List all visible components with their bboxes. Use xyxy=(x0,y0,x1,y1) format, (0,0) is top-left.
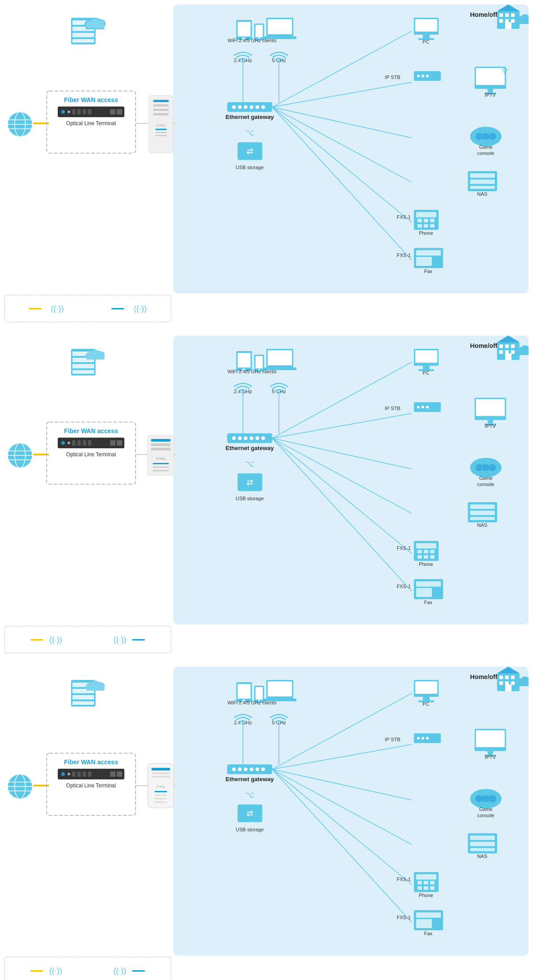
pc-label-1: PC xyxy=(422,39,429,44)
svg-rect-290 xyxy=(423,697,430,700)
svg-point-347 xyxy=(61,772,65,776)
svg-point-269 xyxy=(232,767,236,771)
svg-rect-112 xyxy=(155,132,167,133)
fiber-label-3: Fiber WAN access xyxy=(64,759,118,766)
svg-point-348 xyxy=(68,773,70,775)
svg-rect-47 xyxy=(476,68,505,85)
svg-rect-113 xyxy=(155,135,167,136)
svg-rect-17 xyxy=(255,25,263,37)
svg-rect-315 xyxy=(416,874,437,880)
svg-point-174 xyxy=(417,406,420,408)
svg-point-28 xyxy=(250,105,253,109)
svg-text:USB storage: USB storage xyxy=(236,827,264,832)
svg-point-52 xyxy=(422,75,424,77)
svg-line-35 xyxy=(272,82,412,107)
svg-point-147 xyxy=(250,436,253,440)
svg-point-97 xyxy=(68,111,70,113)
svg-rect-244 xyxy=(511,676,515,679)
svg-text:PC: PC xyxy=(422,701,429,707)
svg-rect-107 xyxy=(153,104,169,107)
svg-rect-333 xyxy=(72,701,94,705)
svg-rect-337 xyxy=(87,685,104,691)
svg-point-273 xyxy=(255,767,259,771)
left-svg-1: Fiber WAN access Optical Line Terminal Z… xyxy=(0,0,175,293)
svg-rect-1 xyxy=(499,13,503,17)
left-svg-2: Fiber WAN access Optical Line Terminal Z… xyxy=(0,331,175,624)
svg-rect-108 xyxy=(153,109,169,111)
svg-text:console: console xyxy=(477,482,494,487)
svg-text:Ethernet gateway: Ethernet gateway xyxy=(226,445,274,451)
fxs1-phone-label-1: FXS-1 xyxy=(397,214,411,220)
fxs1-fax-label-1: FXS-1 xyxy=(397,253,411,258)
svg-rect-194 xyxy=(418,555,422,559)
svg-rect-43 xyxy=(415,19,438,32)
svg-rect-236 xyxy=(153,463,169,464)
svg-text:⌥: ⌥ xyxy=(245,460,255,469)
legend-wifi-icon-2b: ((·)) xyxy=(113,635,126,644)
svg-rect-208 xyxy=(72,370,94,374)
svg-rect-318 xyxy=(430,881,434,885)
svg-rect-226 xyxy=(83,440,86,446)
legend-item-1a: ((·)) xyxy=(29,304,64,313)
legend-wifi-icon-3a: ((·)) xyxy=(49,966,62,976)
svg-rect-224 xyxy=(72,440,76,446)
svg-text:Game: Game xyxy=(479,476,493,481)
svg-rect-207 xyxy=(72,364,94,368)
svg-rect-165 xyxy=(423,366,430,369)
svg-text:FXS-1: FXS-1 xyxy=(397,545,411,551)
svg-rect-243 xyxy=(505,676,509,679)
legend-line-yellow-1 xyxy=(29,308,41,309)
svg-text:Phone: Phone xyxy=(419,893,433,898)
olt-sublabel-1: Optical Line Terminal xyxy=(66,120,116,126)
svg-rect-20 xyxy=(268,19,292,34)
svg-rect-184 xyxy=(470,505,495,509)
svg-text:⌥: ⌥ xyxy=(245,129,255,138)
diagram-section-3: Home/office xyxy=(0,662,533,980)
svg-rect-101 xyxy=(88,109,91,115)
svg-text:IPTV: IPTV xyxy=(485,423,496,429)
svg-rect-128 xyxy=(517,350,529,355)
svg-point-303 xyxy=(476,795,483,802)
svg-rect-102 xyxy=(110,109,115,115)
svg-rect-106 xyxy=(153,100,169,102)
svg-text:FXS-1: FXS-1 xyxy=(397,877,411,882)
svg-text:FXS-1: FXS-1 xyxy=(397,915,411,920)
svg-text:Fax: Fax xyxy=(424,931,433,936)
svg-line-285 xyxy=(272,769,412,922)
svg-rect-69 xyxy=(430,224,434,228)
usb-label-1: USB storage xyxy=(236,165,264,170)
svg-text:IP STB: IP STB xyxy=(385,406,400,411)
svg-text:ZYXEL: ZYXEL xyxy=(156,457,166,460)
svg-line-281 xyxy=(272,744,412,769)
legend-wifi-icon-3b: ((·)) xyxy=(113,966,126,976)
svg-text:NAS: NAS xyxy=(477,522,487,528)
olt-sublabel-2: Optical Line Terminal xyxy=(66,451,116,458)
legend-wifi-icon-2a: ((·)) xyxy=(49,635,62,644)
svg-rect-311 xyxy=(470,848,495,851)
legend-item-1b: ((·)) xyxy=(111,304,147,313)
svg-point-304 xyxy=(489,795,496,802)
svg-point-271 xyxy=(244,767,247,771)
svg-rect-186 xyxy=(470,517,495,520)
svg-rect-164 xyxy=(415,350,438,363)
legend-bar-2: ((·)) ((·)) xyxy=(4,626,171,653)
svg-rect-193 xyxy=(430,550,434,553)
svg-text:Phone: Phone xyxy=(419,561,433,567)
svg-rect-66 xyxy=(430,219,434,222)
svg-rect-190 xyxy=(416,543,437,549)
svg-rect-228 xyxy=(110,440,115,446)
legend-wifi-icon-1a: ((·)) xyxy=(51,304,64,313)
svg-rect-309 xyxy=(470,836,495,840)
diagram-svg-3: Home/office xyxy=(173,667,529,956)
svg-rect-57 xyxy=(483,133,489,139)
left-svg-3: Fiber WAN access Optical Line Terminal Z… xyxy=(0,662,175,955)
svg-rect-192 xyxy=(424,550,428,553)
svg-rect-232 xyxy=(151,439,171,442)
svg-rect-8 xyxy=(505,22,511,29)
svg-point-25 xyxy=(232,105,236,109)
svg-point-299 xyxy=(417,737,420,739)
svg-rect-361 xyxy=(155,791,167,792)
phone-label-1: Phone xyxy=(419,230,433,236)
svg-line-158 xyxy=(272,438,412,513)
svg-rect-326 xyxy=(416,919,432,928)
